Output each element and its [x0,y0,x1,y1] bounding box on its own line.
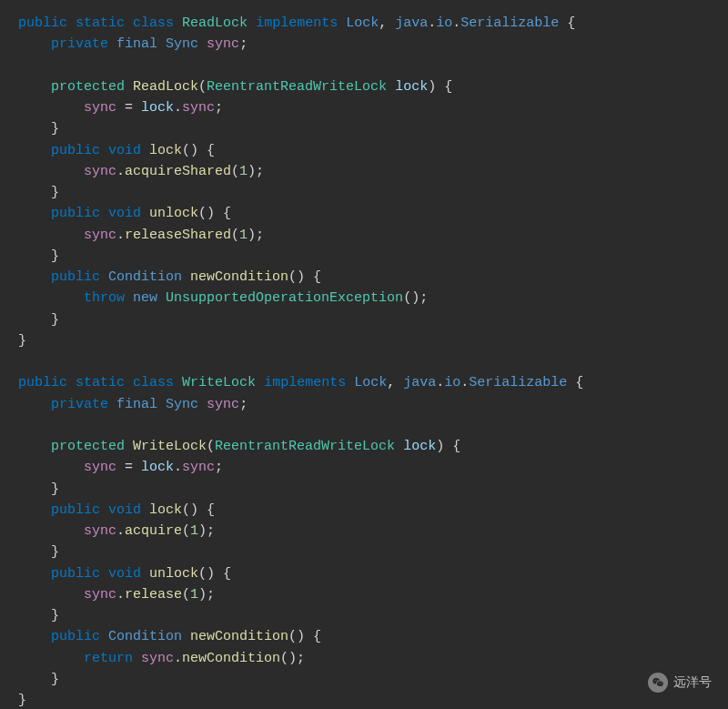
code-token: io [444,375,460,390]
wechat-icon [648,673,668,693]
code-token: Sync [166,397,198,412]
code-token [18,651,84,666]
code-token: sync [84,587,116,603]
code-token: 1 [190,523,198,539]
code-token [125,15,133,31]
code-token: ( [182,587,190,603]
code-token: . [116,228,125,243]
code-token: public [51,269,100,285]
code-token: releaseShared [125,228,231,243]
code-token: () { [198,566,231,582]
code-token: . [452,15,460,31]
watermark-text: 远洋号 [673,673,712,693]
code-token [18,206,51,221]
code-token: ; [239,397,248,412]
code-token [67,15,76,31]
code-token: newCondition [190,269,288,285]
code-token: 1 [239,228,248,243]
code-token: ) { [436,439,460,454]
code-token: ); [248,164,264,179]
code-token [125,79,133,95]
code-token: ; [215,460,223,475]
code-token [182,269,190,285]
code-token [157,290,166,306]
code-block: public static class ReadLock implements … [0,0,728,709]
code-token: ReentrantReadWriteLock [215,439,395,454]
code-token: newCondition [182,651,280,666]
code-token: private [51,36,108,52]
code-token: } [18,248,59,264]
code-token: io [436,15,452,31]
code-token: Condition [108,629,182,644]
code-token: . [174,100,182,116]
code-token [18,79,51,95]
code-token [125,439,133,454]
code-token [100,143,108,158]
code-token: . [436,375,444,390]
code-token [18,397,51,412]
code-token: () { [288,269,321,285]
code-token: } [18,672,59,687]
code-token: static [76,375,125,390]
code-token: java [395,15,428,31]
code-token: newCondition [190,629,288,644]
code-token: lock [141,460,174,475]
code-token: , [387,375,403,390]
code-token [198,36,207,52]
code-token [18,164,84,179]
code-token: void [108,206,141,221]
code-token: unlock [149,206,198,221]
code-token: = [116,100,141,116]
code-token: { [567,375,583,390]
code-token: void [108,143,141,158]
code-token: ); [248,228,264,243]
code-token: } [18,693,26,708]
code-token [182,629,190,644]
code-token: () { [198,206,231,221]
code-token: } [18,608,59,623]
code-token [18,228,84,243]
code-token: . [428,15,436,31]
code-token [18,523,84,539]
code-token: UnsupportedOperationException [166,290,403,306]
code-token [18,439,51,454]
code-token [346,375,354,390]
code-token [100,629,108,644]
code-token: acquireShared [125,164,231,179]
code-token: ( [231,228,239,243]
code-token: () { [182,143,215,158]
code-token: . [174,651,182,666]
code-token [18,460,84,475]
code-token: (); [280,651,305,666]
code-token: { [559,15,575,31]
code-token: } [18,312,59,328]
code-token: acquire [125,523,182,539]
code-token [387,79,395,95]
code-token [395,439,403,454]
code-token [141,502,149,518]
code-token: final [116,397,157,412]
code-token: lock [141,100,174,116]
code-token: } [18,481,59,497]
code-token: public [51,502,100,518]
code-token: ( [231,164,239,179]
code-token: public [18,375,67,390]
code-token: sync [182,460,215,475]
code-token: ( [182,523,190,539]
code-token: void [108,502,141,518]
code-token: public [51,206,100,221]
code-token: ReentrantReadWriteLock [207,79,387,95]
code-token: Lock [354,375,387,390]
code-token: Sync [166,36,198,52]
code-token [18,587,84,603]
code-token: protected [51,439,125,454]
code-token: implements [264,375,346,390]
code-token [100,269,108,285]
code-token: void [108,566,141,582]
code-token [108,36,116,52]
code-token: . [116,587,125,603]
code-token [248,15,256,31]
code-token [157,36,166,52]
code-token: ; [215,100,223,116]
code-token [100,502,108,518]
